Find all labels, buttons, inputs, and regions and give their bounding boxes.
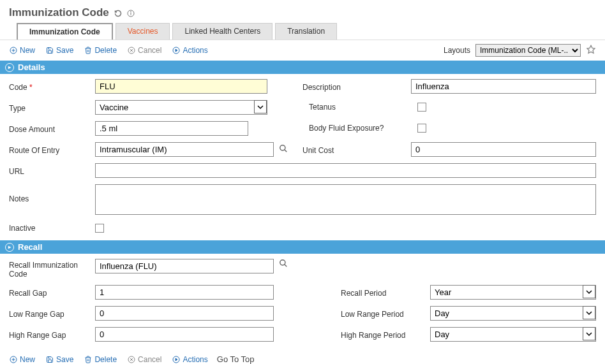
dose-amount-label: Dose Amount [9, 123, 95, 134]
tab-linked-health-centers[interactable]: Linked Health Centers [172, 23, 273, 40]
url-label: URL [9, 165, 95, 176]
play-circle-icon [172, 355, 180, 363]
save-label: Save [56, 355, 73, 364]
new-button[interactable]: New [9, 355, 35, 364]
page-title: Immunization Code [9, 6, 109, 19]
delete-button[interactable]: Delete [84, 46, 117, 55]
chevron-down-icon[interactable] [254, 100, 267, 113]
cancel-label: Cancel [138, 355, 161, 364]
svg-point-13 [280, 260, 285, 265]
chevron-down-icon[interactable] [583, 327, 595, 340]
recall-title: Recall [18, 242, 42, 252]
chevron-down-icon[interactable] [583, 306, 595, 319]
save-button[interactable]: Save [45, 355, 73, 364]
unit-cost-input[interactable] [411, 142, 596, 157]
recall-gap-label: Recall Gap [9, 287, 95, 298]
description-label: Description [302, 81, 411, 92]
search-icon[interactable] [279, 259, 288, 270]
layouts-label: Layouts [444, 46, 470, 55]
body-fluid-label: Body Fluid Exposure? [309, 122, 417, 133]
cancel-button[interactable]: Cancel [127, 46, 161, 55]
tab-vaccines[interactable]: Vaccines [116, 23, 170, 40]
plus-icon [9, 355, 17, 363]
recall-section-header: ▸ Recall [0, 240, 605, 254]
url-input[interactable] [95, 163, 596, 178]
svg-point-11 [280, 145, 285, 150]
cancel-button[interactable]: Cancel [127, 355, 161, 364]
dose-amount-input[interactable] [95, 121, 248, 136]
tab-translation[interactable]: Translation [275, 23, 337, 40]
actions-button[interactable]: Actions [172, 46, 207, 55]
type-label: Type [9, 102, 95, 113]
chevron-down-icon[interactable] [583, 285, 595, 298]
tetanus-label: Tetanus [309, 101, 417, 112]
trash-icon [84, 47, 92, 55]
code-label: Code [9, 81, 95, 92]
delete-label: Delete [94, 46, 117, 55]
delete-label: Delete [94, 355, 117, 364]
notes-label: Notes [9, 184, 95, 203]
cancel-icon [127, 355, 135, 363]
new-button[interactable]: New [9, 46, 35, 55]
plus-icon [9, 47, 17, 55]
code-input[interactable] [95, 79, 267, 94]
inactive-label: Inactive [9, 222, 95, 233]
unit-cost-label: Unit Cost [302, 144, 411, 155]
svg-marker-10 [176, 49, 177, 52]
low-gap-input[interactable] [95, 306, 274, 321]
tab-immunization-code[interactable]: Immunization Code [17, 23, 113, 40]
search-icon[interactable] [279, 144, 288, 155]
recall-code-input[interactable] [95, 259, 274, 273]
route-input[interactable] [95, 142, 274, 157]
actions-label: Actions [183, 355, 207, 364]
refresh-icon[interactable] [114, 8, 122, 17]
recall-period-label: Recall Period [341, 287, 430, 298]
description-input[interactable] [411, 79, 596, 94]
actions-button[interactable]: Actions [172, 355, 207, 364]
low-period-select[interactable] [430, 306, 596, 321]
low-gap-label: Low Range Gap [9, 308, 95, 319]
go-to-top-link[interactable]: Go To Top [208, 352, 264, 364]
type-select[interactable] [95, 100, 267, 115]
cancel-label: Cancel [138, 46, 161, 55]
high-gap-label: High Range Gap [9, 329, 95, 340]
collapse-icon[interactable]: ▸ [5, 243, 14, 252]
recall-code-label: Recall Immunization Code [9, 259, 95, 279]
svg-line-14 [285, 265, 287, 267]
info-icon[interactable] [127, 8, 135, 17]
inactive-checkbox[interactable] [95, 224, 104, 233]
recall-gap-input[interactable] [95, 285, 274, 300]
layouts-select[interactable]: Immunization Code (ML-... [475, 44, 581, 57]
tab-bar: Immunization Code Vaccines Linked Health… [0, 23, 605, 40]
collapse-icon[interactable]: ▸ [5, 63, 14, 72]
delete-button[interactable]: Delete [84, 355, 117, 364]
svg-line-12 [285, 150, 287, 152]
notes-textarea[interactable] [95, 184, 596, 215]
details-section-header: ▸ Details [0, 61, 605, 74]
tetanus-checkbox[interactable] [417, 103, 426, 112]
new-label: New [20, 46, 35, 55]
cancel-icon [127, 47, 135, 55]
save-icon [45, 47, 54, 55]
play-circle-icon [172, 47, 180, 55]
high-period-label: High Range Period [341, 329, 430, 340]
route-label: Route Of Entry [9, 144, 95, 155]
save-button[interactable]: Save [45, 46, 73, 55]
actions-label: Actions [183, 46, 207, 55]
recall-period-select[interactable] [430, 285, 596, 300]
low-period-label: Low Range Period [341, 308, 430, 319]
trash-icon [84, 355, 92, 363]
high-gap-input[interactable] [95, 327, 274, 342]
svg-point-2 [130, 11, 131, 12]
high-period-select[interactable] [430, 327, 596, 342]
body-fluid-checkbox[interactable] [417, 124, 426, 133]
pin-icon[interactable] [586, 45, 596, 57]
save-icon [45, 355, 54, 363]
details-title: Details [18, 62, 45, 72]
svg-marker-22 [176, 358, 177, 361]
new-label: New [20, 355, 35, 364]
save-label: Save [56, 46, 73, 55]
